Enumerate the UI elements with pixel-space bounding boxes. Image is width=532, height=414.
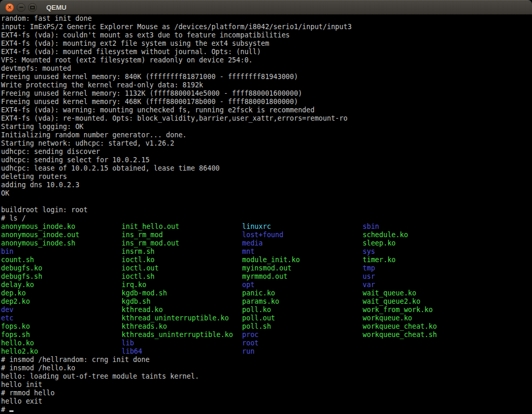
ls-entry: irq.ko: [122, 281, 242, 289]
ls-entry: media: [242, 239, 363, 248]
ls-entry: kthread_uninterruptible.ko: [122, 314, 242, 322]
console-line: adding dns 10.0.2.3: [1, 181, 532, 189]
prompt-line: #: [1, 406, 532, 414]
ls-entry: bin: [1, 248, 122, 256]
ls-entry: anonymous_inode.sh: [1, 239, 122, 248]
console-line: [1, 198, 532, 206]
ls-entry: debugfs.ko: [1, 264, 122, 273]
boot-log: random: fast init doneinput: ImExPS/2 Ge…: [1, 15, 532, 223]
terminal-screen[interactable]: random: fast init doneinput: ImExPS/2 Ge…: [0, 15, 532, 414]
console-line: hello init: [1, 381, 532, 389]
ls-entry: module_init.ko: [242, 256, 363, 264]
ls-entry: ins_rm_mod.out: [122, 239, 242, 248]
close-button[interactable]: ×: [5, 3, 14, 12]
console-line: OK: [1, 189, 532, 198]
maximize-button[interactable]: [28, 3, 37, 12]
console-line: # ls /: [1, 214, 532, 223]
shell-prompt: #: [1, 406, 9, 413]
ls-entry: var: [363, 281, 483, 289]
ls-entry: wait_queue.ko: [363, 289, 483, 297]
cursor: [9, 410, 14, 412]
ls-entry: sleep.ko: [363, 239, 483, 248]
console-line: Starting network: udhcpc: started, v1.26…: [1, 139, 532, 148]
ls-entry: sbin: [363, 223, 483, 231]
ls-entry: linuxrc: [242, 223, 363, 231]
ls-entry: poll.ko: [242, 306, 363, 314]
ls-entry: workqueue_cheat.sh: [363, 331, 483, 339]
console-line: Freeing unused kernel memory: 1132K (fff…: [1, 89, 532, 98]
ls-entry: opt: [242, 281, 363, 289]
minimize-button[interactable]: [17, 3, 25, 12]
console-line: Freeing unused kernel memory: 840K (ffff…: [1, 73, 532, 81]
ls-entry: debugfs.sh: [1, 273, 122, 281]
ls-entry: work_from_work.ko: [363, 306, 483, 314]
console-line: Write protecting the kernel read-only da…: [1, 81, 532, 89]
ls-entry: etc: [1, 314, 122, 322]
console-line: hello: loading out-of-tree module taints…: [1, 372, 532, 381]
ls-entry: kthread.ko: [122, 306, 242, 314]
ls-entry: kgdb-mod.sh: [122, 289, 242, 297]
console-line: EXT4-fs (vda): re-mounted. Opts: block_v…: [1, 114, 532, 123]
console-line: VFS: Mounted root (ext2 filesystem) read…: [1, 56, 532, 64]
ls-entry: schedule.ko: [363, 231, 483, 239]
ls-entry: usr: [363, 273, 483, 281]
ls-entry: ioctl.ko: [122, 256, 242, 264]
console-line: buildroot login: root: [1, 206, 532, 214]
ls-entry: mnt: [242, 248, 363, 256]
console-line: udhcpc: sending select for 10.0.2.15: [1, 156, 532, 164]
console-line: EXT4-fs (vda): warning: mounting uncheck…: [1, 106, 532, 114]
window-title: QEMU: [46, 4, 66, 11]
ls-entry: dep2.ko: [1, 297, 122, 306]
ls-entry: insrm.sh: [122, 248, 242, 256]
console-line: deleting routers: [1, 173, 532, 181]
ls-entry: ioctl.out: [122, 264, 242, 273]
console-line: udhcpc: sending discover: [1, 148, 532, 156]
ls-entry: kgdb.sh: [122, 297, 242, 306]
ls-entry: dev: [1, 306, 122, 314]
console-line: random: fast init done: [1, 15, 532, 23]
ls-entry: fops.ko: [1, 322, 122, 331]
ls-entry: workqueue.ko: [363, 314, 483, 322]
console-line: input: ImExPS/2 Generic Explorer Mouse a…: [1, 23, 532, 31]
close-icon: ×: [8, 4, 11, 10]
ls-entry: panic.ko: [242, 289, 363, 297]
qemu-window: × QEMU random: fast init doneinput: ImEx…: [0, 0, 532, 414]
ls-entry: ioctl.sh: [122, 273, 242, 281]
console-line: # insmod /hello.ko: [1, 364, 532, 372]
console-line: Freeing unused kernel memory: 468K (ffff…: [1, 98, 532, 106]
console-line: hello exit: [1, 397, 532, 406]
ls-entry: hello.ko: [1, 339, 122, 347]
ls-entry: delay.ko: [1, 281, 122, 289]
ls-entry: lib64: [122, 347, 242, 356]
console-line: EXT4-fs (vda): couldn't mount as ext3 du…: [1, 31, 532, 40]
console-line: # insmod /hellrandom: crng init done: [1, 356, 532, 364]
ls-entry: lost+found: [242, 231, 363, 239]
ls-entry: lib: [122, 339, 242, 347]
ls-entry: timer.ko: [363, 256, 483, 264]
minimize-icon: [19, 7, 23, 8]
ls-entry: init_hello.out: [122, 223, 242, 231]
ls-entry: kthreads.ko: [122, 322, 242, 331]
ls-entry: params.ko: [242, 297, 363, 306]
console-line: devtmpfs: mounted: [1, 64, 532, 73]
ls-entry: tmp: [363, 264, 483, 273]
ls-entry: fops.sh: [1, 331, 122, 339]
console-line: Initializing random number generator... …: [1, 131, 532, 139]
console-line: # rmmod hello: [1, 389, 532, 397]
ls-entry: kthreads_uninterruptible.ko: [122, 331, 242, 339]
console-line: EXT4-fs (vda): mounted filesystem withou…: [1, 48, 532, 56]
ls-entry: proc: [242, 331, 363, 339]
ls-entry: hello2.ko: [1, 347, 122, 356]
ls-entry: dep.ko: [1, 289, 122, 297]
ls-entry: anonymous_inode.ko: [1, 223, 122, 231]
console-line: udhcpc: lease of 10.0.2.15 obtained, lea…: [1, 164, 532, 173]
console-line: Starting logging: OK: [1, 123, 532, 131]
ls-output: anonymous_inode.koanonymous_inode.outano…: [1, 223, 532, 356]
ls-entry: wait_queue2.ko: [363, 297, 483, 306]
ls-entry: poll.sh: [242, 322, 363, 331]
ls-entry: myrmmod.out: [242, 273, 363, 281]
titlebar[interactable]: × QEMU: [0, 0, 532, 15]
ls-entry: ins_rm_mod: [122, 231, 242, 239]
ls-entry: poll.out: [242, 314, 363, 322]
ls-entry: anonymous_inode.out: [1, 231, 122, 239]
